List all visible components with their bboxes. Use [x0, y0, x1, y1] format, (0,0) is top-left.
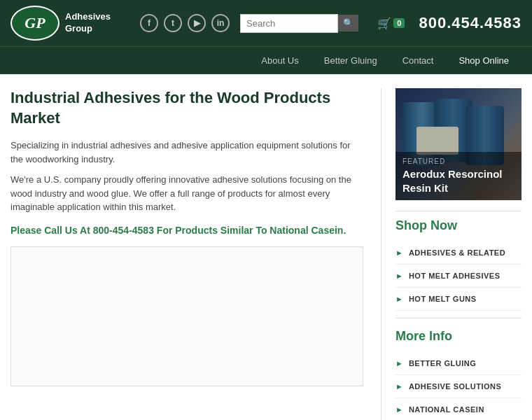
logo-area: GP Adhesives Group [10, 6, 122, 41]
nav-about[interactable]: About Us [248, 47, 311, 74]
shop-adhesives-item[interactable]: ► ADHESIVES & RELATED [396, 241, 522, 265]
info-better-gluing-item[interactable]: ► BETTER GLUING [396, 352, 522, 375]
page-title: Industrial Adhesives for the Wood Produc… [10, 88, 363, 128]
info-adhesive-solutions-label: ADHESIVE SOLUTIONS [409, 382, 501, 391]
info-national-casein-label: NATIONAL CASEIN [409, 405, 484, 414]
cart-icon[interactable]: 🛒 [377, 17, 391, 30]
header-top: GP Adhesives Group f t ▶ in 🔍 🛒 0 800.45… [0, 0, 532, 46]
linkedin-icon[interactable]: in [211, 14, 230, 32]
shop-hot-melt-guns-label: HOT MELT GUNS [409, 295, 477, 303]
right-column: FEATURED Aerodux Resorcinol Resin Kit Sh… [382, 88, 522, 420]
phone-number: 800.454.4583 [419, 14, 522, 32]
info-better-gluing-label: BETTER GLUING [409, 359, 476, 368]
cart-badge: 0 [393, 18, 405, 28]
nav-better-gluing[interactable]: Better Gluing [312, 47, 390, 74]
chevron-right-icon-6: ► [396, 405, 403, 414]
nav-bar: About Us Better Gluing Contact Shop Onli… [0, 46, 532, 74]
chevron-right-icon-5: ► [396, 382, 403, 391]
chevron-right-icon-2: ► [396, 272, 403, 280]
chevron-right-icon-4: ► [396, 359, 403, 368]
info-national-casein-item[interactable]: ► NATIONAL CASEIN [396, 398, 522, 420]
more-info-title: More Info [396, 329, 522, 344]
featured-title: Aerodux Resorcinol Resin Kit [402, 167, 514, 195]
logo-oval: GP [10, 6, 59, 41]
search-input[interactable] [240, 14, 338, 33]
search-button[interactable]: 🔍 [338, 15, 358, 31]
content-box [10, 246, 363, 386]
shop-hot-melt-adhesives-item[interactable]: ► HOT MELT ADHESIVES [396, 265, 522, 288]
intro-para-1: Specializing in industrial adhesives and… [10, 139, 363, 166]
intro-para-2: We're a U.S. company proudly offering in… [10, 173, 363, 214]
featured-overlay: FEATURED Aerodux Resorcinol Resin Kit [396, 152, 522, 200]
shop-hot-melt-guns-item[interactable]: ► HOT MELT GUNS [396, 288, 522, 311]
social-icons: f t ▶ in [140, 14, 230, 32]
call-us-text: Please Call Us At 800-454-4583 For Produ… [10, 225, 363, 236]
youtube-icon[interactable]: ▶ [188, 14, 206, 32]
logo-text: Adhesives Group [65, 11, 111, 35]
chevron-right-icon-3: ► [396, 295, 403, 303]
info-adhesive-solutions-item[interactable]: ► ADHESIVE SOLUTIONS [396, 375, 522, 398]
shop-adhesives-label: ADHESIVES & RELATED [409, 248, 505, 257]
search-area: 🔍 [240, 14, 367, 33]
chevron-right-icon-1: ► [396, 248, 403, 257]
featured-label: FEATURED [402, 158, 514, 165]
shop-now-divider [396, 211, 522, 211]
nav-shop-online[interactable]: Shop Online [446, 47, 522, 74]
facebook-icon[interactable]: f [140, 14, 158, 32]
nav-contact[interactable]: Contact [390, 47, 447, 74]
bag-decoration [416, 127, 458, 155]
left-column: Industrial Adhesives for the Wood Produc… [10, 88, 382, 420]
shop-now-title: Shop Now [396, 218, 522, 233]
featured-image[interactable]: FEATURED Aerodux Resorcinol Resin Kit [396, 88, 522, 200]
more-info-divider [396, 318, 522, 318]
twitter-icon[interactable]: t [164, 14, 182, 32]
logo-cp-letters: GP [24, 14, 45, 32]
main-content: Industrial Adhesives for the Wood Produc… [0, 74, 532, 420]
cart-area: 🛒 0 [377, 17, 405, 30]
shop-hot-melt-adhesives-label: HOT MELT ADHESIVES [409, 272, 500, 280]
